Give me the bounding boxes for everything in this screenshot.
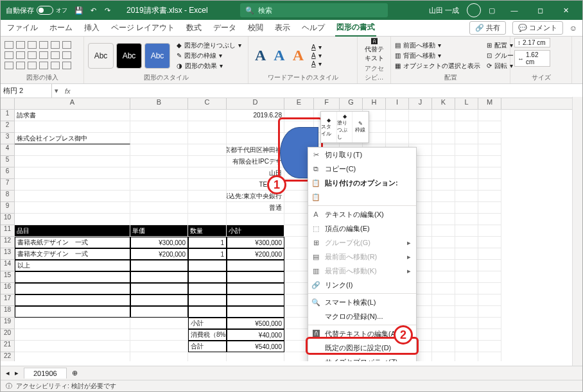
namebox-dropdown-icon[interactable]: ▾ <box>52 87 61 95</box>
row-header[interactable]: 19 <box>1 318 15 329</box>
column-header[interactable]: L <box>455 98 478 109</box>
row-header[interactable]: 11 <box>1 225 15 237</box>
shape-width-input[interactable]: ↔ 1.62 cm <box>514 50 550 67</box>
shape-fill-button[interactable]: ◆ 図形の塗りつぶし ▾ <box>177 41 241 50</box>
shape-style-2[interactable]: Abc <box>116 43 142 69</box>
row-header[interactable]: 8 <box>1 191 15 202</box>
column-header[interactable]: G <box>340 98 363 109</box>
tab-file[interactable]: ファイル <box>6 20 39 36</box>
row-header[interactable]: 7 <box>1 179 15 191</box>
ctx-size-properties[interactable]: ↔サイズとプロパティ(Z)... <box>308 355 416 361</box>
fx-icon[interactable]: fx <box>61 87 74 95</box>
autosave-toggle[interactable]: 自動保存 オフ <box>6 6 67 15</box>
ctx-link[interactable]: 🔗リンク(I) <box>308 278 416 292</box>
text-effects-button[interactable]: A ▾ <box>311 60 322 67</box>
sheet-tab[interactable]: 201906 <box>24 368 67 379</box>
wordart-style-3[interactable]: A <box>290 47 306 64</box>
comment-button[interactable]: 💬 コメント <box>512 21 563 35</box>
shape-height-input[interactable]: ↕ 2.17 cm <box>514 38 550 47</box>
sheet-nav-next-icon[interactable]: ▸ <box>15 369 19 377</box>
column-header[interactable]: D <box>227 98 284 109</box>
ctx-smart-lookup[interactable]: 🔍スマート検索(L) <box>308 295 416 309</box>
selection-pane-button[interactable]: ▦ オブジェクトの選択と表示 <box>395 62 480 71</box>
tab-shape-format[interactable]: 図形の書式 <box>335 19 376 37</box>
mini-style-button[interactable]: ◆スタイル <box>321 112 337 142</box>
tab-view[interactable]: 表示 <box>274 20 292 36</box>
ribbon-display-icon[interactable]: ▢ <box>489 6 495 15</box>
shapes-gallery[interactable] <box>4 41 73 71</box>
accessibility-status[interactable]: アクセシビリティ: 検討が必要です <box>16 382 116 391</box>
tab-review[interactable]: 校閲 <box>247 20 265 36</box>
ctx-cut[interactable]: ✂切り取り(T) <box>308 148 416 162</box>
minimize-button[interactable]: — <box>503 1 526 20</box>
row-header[interactable]: 20 <box>1 329 15 341</box>
row-header[interactable]: 3 <box>1 133 15 144</box>
wordart-style-1[interactable]: A <box>252 47 268 64</box>
column-header[interactable]: K <box>432 98 455 109</box>
column-header[interactable]: J <box>409 98 432 109</box>
column-header[interactable]: B <box>130 98 188 109</box>
column-header[interactable]: A <box>15 98 130 109</box>
row-header[interactable]: 21 <box>1 341 15 352</box>
text-fill-button[interactable]: A ▾ <box>311 44 322 51</box>
row-header[interactable]: 5 <box>1 156 15 167</box>
shape-style-3[interactable]: Abc <box>144 43 170 69</box>
column-header[interactable]: F <box>314 98 340 109</box>
row-header[interactable]: 17 <box>1 294 15 306</box>
text-outline-button[interactable]: A ▾ <box>311 52 322 59</box>
column-header[interactable]: C <box>188 98 227 109</box>
ctx-copy[interactable]: ⧉コピー(C) <box>308 162 416 176</box>
search-box[interactable]: 🔍 検索 <box>240 3 388 17</box>
row-header[interactable]: 2 <box>1 121 15 133</box>
row-header[interactable]: 6 <box>1 167 15 179</box>
mini-outline-button[interactable]: ✎枠線 <box>352 112 369 142</box>
column-header[interactable]: I <box>386 98 409 109</box>
tab-insert[interactable]: 挿入 <box>83 20 101 36</box>
tab-formulas[interactable]: 数式 <box>185 20 203 36</box>
name-box[interactable]: 楕円 2 <box>1 84 52 98</box>
row-header[interactable]: 9 <box>1 202 15 214</box>
row-header[interactable]: 14 <box>1 260 15 271</box>
alt-text-button[interactable]: 🅰代替テキスト <box>361 38 387 63</box>
row-header[interactable]: 13 <box>1 248 15 260</box>
ctx-edit-points[interactable]: ⬚頂点の編集(E) <box>308 221 416 235</box>
mini-toolbar[interactable]: ◆スタイル ◆塗りつぶし ✎枠線 <box>320 111 369 143</box>
mini-fill-button[interactable]: ◆塗りつぶし <box>337 112 353 142</box>
user-avatar-icon[interactable] <box>467 3 481 17</box>
tab-pagelayout[interactable]: ページ レイアウト <box>110 20 176 36</box>
row-header[interactable]: 10 <box>1 214 15 225</box>
maximize-button[interactable]: ◻ <box>528 1 552 20</box>
row-header[interactable]: 22 <box>1 352 15 361</box>
user-name[interactable]: 山田 一成 <box>429 6 459 15</box>
row-header[interactable]: 16 <box>1 283 15 294</box>
shape-effects-button[interactable]: ◑ 図形の効果 ▾ <box>177 62 241 71</box>
help-icon[interactable]: ☺ <box>570 24 577 33</box>
column-header[interactable]: E <box>284 98 314 109</box>
row-header[interactable]: 4 <box>1 144 15 156</box>
ctx-assign-macro[interactable]: マクロの登録(N)... <box>308 309 416 323</box>
column-header[interactable]: H <box>363 98 386 109</box>
send-backward-button[interactable]: ▥ 背面へ移動 ▾ <box>395 51 480 60</box>
select-all-corner[interactable] <box>1 98 15 109</box>
tab-home[interactable]: ホーム <box>48 20 74 36</box>
wordart-style-2[interactable]: A <box>271 47 287 64</box>
undo-icon[interactable]: ↶ <box>88 5 98 15</box>
share-button[interactable]: 🔗 共有 <box>469 21 506 35</box>
column-header[interactable]: M <box>478 98 501 109</box>
row-header[interactable]: 1 <box>1 110 15 121</box>
sheet-nav-prev-icon[interactable]: ◂ <box>6 369 10 377</box>
close-button[interactable]: ✕ <box>554 1 577 20</box>
tab-data[interactable]: データ <box>212 20 238 36</box>
row-header[interactable]: 12 <box>1 237 15 248</box>
shape-outline-button[interactable]: ✎ 図形の枠線 ▾ <box>177 51 241 60</box>
bring-forward-button[interactable]: ▤ 前面へ移動 ▾ <box>395 41 480 50</box>
vertical-scrollbar[interactable] <box>572 97 582 366</box>
shape-style-1[interactable]: Abc <box>88 43 114 69</box>
new-sheet-icon[interactable]: ⊕ <box>72 369 78 377</box>
save-icon[interactable]: 💾 <box>74 5 84 15</box>
redo-icon[interactable]: ↷ <box>102 5 112 15</box>
row-header[interactable]: 15 <box>1 271 15 283</box>
ctx-edit-text[interactable]: Aテキストの編集(X) <box>308 207 416 221</box>
ctx-paste-option[interactable]: 📋 <box>308 190 416 204</box>
worksheet[interactable]: ABCDEFGHIJKLM 12345678910111213141516171… <box>1 98 582 361</box>
